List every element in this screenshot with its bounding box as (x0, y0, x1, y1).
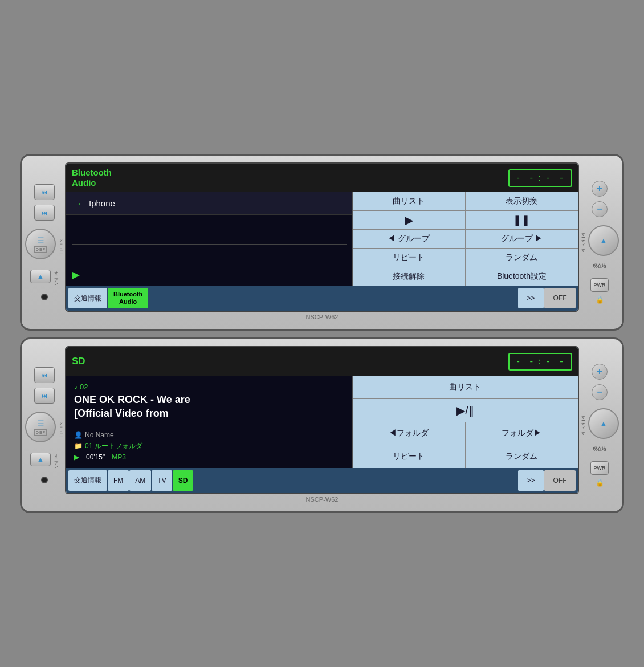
tab-off-1[interactable]: OFF (544, 288, 576, 308)
menu-button-1[interactable]: ☰ DISP (25, 229, 56, 259)
tab-traffic-info-2[interactable]: 交通情報 (68, 470, 107, 491)
bottom-bar-2: 交通情報 FM AM TV SD >> OFF (66, 468, 578, 493)
song-title-2: ONE OK ROCK - We are [Official Video fro… (74, 393, 344, 420)
repeat-button-1[interactable]: リピート (353, 249, 465, 267)
disconnect-button[interactable]: 接続解除 (353, 267, 465, 286)
display-switch-button[interactable]: 表示切換 (466, 192, 578, 210)
track-list-button-2[interactable]: 曲リスト (353, 376, 578, 398)
device-name-row: → Iphone (66, 192, 352, 215)
menu-label-1: メニュー (58, 236, 64, 252)
current-loc-button-2[interactable]: ▲ (588, 408, 619, 439)
tab-fm[interactable]: FM (108, 470, 129, 491)
format-label-2: MP3 (112, 453, 126, 461)
menu-label-2: メニュー (58, 419, 64, 435)
random-button-2[interactable]: ランダム (466, 445, 578, 468)
disp-label-1: DISP (34, 246, 47, 253)
device-1: ⏮ ⏭ ☰ DISP メニュー ▲ オープン Bluetooth Audio (20, 154, 624, 331)
play-icon-2: ▶ (74, 453, 79, 461)
audio-label-1: オーディオ (580, 230, 586, 251)
headphone-jack-1 (41, 294, 48, 300)
folder-number-2: 01 (85, 442, 92, 450)
tab-sd[interactable]: SD (173, 470, 194, 491)
tab-spacer-2 (194, 470, 517, 491)
open-label-2: オープン (53, 452, 59, 467)
tab-off-2[interactable]: OFF (544, 470, 576, 491)
tab-more-2[interactable]: >> (518, 470, 544, 491)
folder-prev-button[interactable]: ◀フォルダ (353, 422, 465, 445)
pwr-section-1: PWR 🔒 (590, 278, 609, 304)
disp-label-2: DISP (34, 429, 47, 436)
media-display-1: → Iphone ▶ (66, 192, 353, 286)
control-panel-1: 曲リスト 表示切換 ▶ ❚❚ ◀ グループ グループ ▶ リピート ランダム 接… (353, 192, 578, 286)
left-controls-1: ⏮ ⏭ ☰ DISP メニュー ▲ オープン (30, 184, 59, 300)
repeat-button-2[interactable]: リピート (353, 445, 465, 468)
tab-spacer-1 (149, 288, 517, 308)
device-2: ⏮ ⏭ ☰ DISP メニュー ▲ オープン SD - (20, 337, 624, 513)
pwr-section-2: PWR 🔒 (590, 461, 609, 487)
eject-button-2[interactable]: ▲ (30, 453, 51, 466)
current-loc-button-1[interactable]: ▲ (588, 225, 619, 256)
bluetooth-settings-button[interactable]: Bluetooth設定 (466, 267, 578, 286)
power-button-2[interactable]: PWR (590, 461, 609, 475)
media-info-area-1: ▶ (66, 215, 352, 286)
menu-button-2[interactable]: ☰ DISP (25, 412, 56, 442)
right-controls-2: + − オーディオ ▲ 現在地 PWR 🔒 (585, 364, 614, 487)
left-controls-2: ⏮ ⏭ ☰ DISP メニュー ▲ オープン (30, 367, 59, 483)
track-number-2: ♪ 02 (74, 383, 344, 391)
tab-traffic-info-1[interactable]: 交通情報 (68, 288, 107, 308)
volume-down-button-2[interactable]: − (592, 384, 608, 400)
current-loc-label-1: 現在地 (593, 263, 606, 269)
open-label-1: オープン (53, 269, 59, 284)
model-label-1: NSCP-W62 (65, 312, 579, 322)
volume-down-button-1[interactable]: − (592, 201, 608, 217)
tab-more-1[interactable]: >> (518, 288, 544, 308)
time-row-2: ▶ 00'15" MP3 (74, 453, 344, 461)
screen-2: SD - -：- - ♪ 02 ONE OK ROCK - We are [Of… (65, 346, 579, 494)
screen-title-2: SD (72, 356, 85, 367)
audio-label-2: オーディオ (580, 413, 586, 434)
artist-name-2: No Name (85, 431, 114, 439)
current-loc-label-2: 現在地 (593, 446, 606, 452)
screen-main-2: ♪ 02 ONE OK ROCK - We are [Official Vide… (66, 376, 578, 468)
right-controls-1: + − オーディオ ▲ 現在地 PWR 🔒 (585, 181, 614, 304)
tab-bluetooth-audio-1[interactable]: BluetoothAudio (108, 288, 148, 308)
play-button-1[interactable]: ▶ (353, 211, 465, 229)
screen-content-2: SD - -：- - ♪ 02 ONE OK ROCK - We are [Of… (66, 347, 578, 493)
power-button-1[interactable]: PWR (590, 278, 609, 292)
current-time-2: 00'15" (86, 453, 105, 461)
screen-header-1: Bluetooth Audio - -：- - (66, 164, 578, 192)
play-pause-button-2[interactable]: ▶/‖ (353, 399, 578, 422)
model-label-2: NSCP-W62 (65, 494, 579, 505)
pause-button-1[interactable]: ❚❚ (466, 211, 578, 229)
eject-button-1[interactable]: ▲ (30, 270, 51, 283)
screen-header-2: SD - -：- - (66, 347, 578, 376)
person-icon-2: 👤 (74, 431, 83, 439)
source-arrow-icon: → (74, 199, 82, 208)
folder-icon-2: 📁 (74, 442, 83, 450)
time-display-1: - -：- - (508, 169, 572, 187)
folder-row-2: 📁 01 ルートフォルダ (74, 441, 344, 451)
folder-name-2: ルートフォルダ (95, 441, 142, 451)
media-display-2: ♪ 02 ONE OK ROCK - We are [Official Vide… (66, 376, 353, 468)
lock-icon-1: 🔒 (596, 296, 604, 304)
tab-am[interactable]: AM (129, 470, 151, 491)
play-status-icon-1: ▶ (72, 269, 80, 281)
skip-back-button-2[interactable]: ⏮ (34, 367, 55, 383)
track-list-button-1[interactable]: 曲リスト (353, 192, 465, 210)
artist-row-2: 👤 No Name (74, 431, 344, 439)
folder-next-button[interactable]: フォルダ▶ (466, 422, 578, 445)
tab-tv[interactable]: TV (152, 470, 172, 491)
skip-fwd-button-1[interactable]: ⏭ (34, 205, 55, 221)
time-display-2: - -：- - (508, 353, 572, 371)
group-next-button[interactable]: グループ ▶ (466, 230, 578, 248)
bottom-bar-1: 交通情報 BluetoothAudio >> OFF (66, 286, 578, 311)
media-source-text: Iphone (89, 198, 115, 208)
skip-fwd-button-2[interactable]: ⏭ (34, 388, 55, 404)
volume-up-button-2[interactable]: + (592, 364, 608, 380)
control-panel-2: 曲リスト ▶/‖ ◀フォルダ フォルダ▶ リピート ランダム (353, 376, 578, 468)
skip-back-button-1[interactable]: ⏮ (34, 184, 55, 200)
group-prev-button[interactable]: ◀ グループ (353, 230, 465, 248)
random-button-1[interactable]: ランダム (466, 249, 578, 267)
volume-up-button-1[interactable]: + (592, 181, 608, 197)
headphone-jack-2 (41, 477, 48, 483)
